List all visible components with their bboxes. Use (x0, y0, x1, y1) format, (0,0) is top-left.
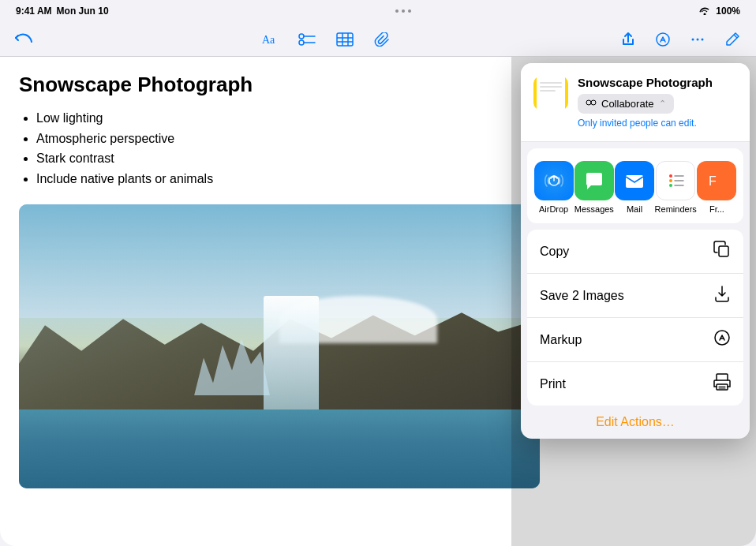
markup-button[interactable] (652, 28, 674, 50)
svg-point-21 (669, 179, 672, 182)
print-label: Print (540, 377, 566, 391)
share-panel-title: Snowscape Photograph (578, 76, 737, 89)
toolbar: Aa (0, 22, 756, 57)
airdrop-label: AirDrop (539, 204, 568, 214)
water (19, 410, 540, 489)
edit-actions-button[interactable]: Edit Actions… (596, 415, 675, 428)
share-mail[interactable]: Mail (614, 161, 654, 214)
svg-rect-19 (626, 175, 643, 188)
time-display: 9:41 AM (16, 6, 52, 17)
share-panel: Snowscape Photograph Collaborate ⌃ Only … (521, 63, 750, 439)
share-button[interactable] (617, 28, 639, 50)
status-bar-center (395, 9, 411, 13)
collaborate-button[interactable]: Collaborate ⌃ (578, 94, 674, 114)
note-image (19, 204, 540, 488)
attach-button[interactable] (372, 28, 394, 50)
ipad-frame: 9:41 AM Mon Jun 10 100% Aa (0, 0, 756, 546)
edit-actions: Edit Actions… (521, 406, 750, 439)
share-messages[interactable]: Messages (574, 161, 614, 214)
dot2 (402, 9, 405, 13)
svg-point-3 (299, 40, 304, 45)
svg-text:Aa: Aa (262, 34, 275, 46)
wifi-icon (698, 6, 711, 17)
messages-icon (574, 161, 614, 200)
svg-point-20 (669, 174, 672, 178)
dot1 (395, 9, 399, 13)
print-icon (713, 373, 731, 395)
markup-action-icon (713, 329, 731, 350)
battery-display: 100% (716, 6, 740, 17)
svg-point-13 (697, 38, 699, 40)
reminders-label: Reminders (655, 204, 697, 214)
markup-action[interactable]: Markup (527, 318, 743, 362)
date-display: Mon Jun 10 (57, 6, 109, 17)
svg-rect-27 (719, 246, 728, 256)
save-images-label: Save 2 Images (540, 289, 624, 303)
svg-point-28 (715, 331, 729, 345)
share-airdrop[interactable]: AirDrop (533, 161, 574, 214)
chevron-icon: ⌃ (659, 99, 666, 109)
copy-label: Copy (540, 245, 569, 259)
share-header: Snowscape Photograph Collaborate ⌃ Only … (521, 63, 750, 142)
copy-action[interactable]: Copy (527, 230, 743, 274)
svg-rect-30 (717, 374, 728, 380)
dot3 (408, 9, 411, 13)
more-app-icon: F (697, 161, 736, 200)
svg-point-1 (299, 34, 304, 39)
status-bar-right: 100% (698, 6, 740, 17)
save-images-action[interactable]: Save 2 Images (527, 274, 743, 318)
share-reminders[interactable]: Reminders (655, 161, 697, 214)
undo-button[interactable] (13, 28, 35, 50)
reminders-icon (656, 161, 695, 200)
copy-icon (713, 241, 731, 262)
collaborate-label: Collaborate (601, 98, 654, 110)
permission-text: Only invited people can edit. (578, 118, 737, 129)
more-app-label: Fr... (709, 204, 724, 214)
svg-point-22 (669, 184, 672, 187)
toolbar-center: Aa (258, 28, 394, 50)
svg-rect-5 (337, 33, 353, 46)
svg-line-15 (734, 35, 737, 38)
svg-point-12 (692, 38, 694, 40)
share-header-info: Snowscape Photograph Collaborate ⌃ Only … (578, 76, 737, 129)
share-overlay: Snowscape Photograph Collaborate ⌃ Only … (511, 57, 756, 546)
share-apps-row: AirDrop Messages (527, 148, 743, 223)
edit-button[interactable] (721, 28, 743, 50)
mail-icon (615, 161, 654, 200)
messages-label: Messages (574, 204, 614, 214)
share-actions: Copy Save 2 Images (527, 230, 743, 406)
toolbar-right (617, 28, 743, 50)
mail-label: Mail (627, 204, 642, 214)
share-note-icon (533, 76, 568, 110)
status-bar: 9:41 AM Mon Jun 10 100% (0, 0, 756, 22)
svg-point-16 (586, 100, 591, 105)
airdrop-icon (534, 161, 574, 200)
status-bar-left: 9:41 AM Mon Jun 10 (16, 6, 109, 17)
svg-point-17 (591, 100, 596, 105)
save-icon (713, 285, 731, 306)
toolbar-left (13, 28, 35, 50)
svg-point-14 (702, 38, 704, 40)
svg-text:F: F (709, 174, 717, 188)
svg-point-10 (657, 33, 669, 46)
table-button[interactable] (334, 28, 356, 50)
checklist-button[interactable] (296, 28, 318, 50)
markup-label: Markup (540, 333, 582, 347)
text-format-button[interactable]: Aa (258, 28, 280, 50)
print-action[interactable]: Print (527, 362, 743, 406)
more-button[interactable] (687, 28, 709, 50)
waterfall (264, 296, 319, 424)
share-more[interactable]: F Fr... (697, 161, 737, 214)
content-area: Snowscape Photograph Low lighting Atmosp… (0, 57, 756, 546)
